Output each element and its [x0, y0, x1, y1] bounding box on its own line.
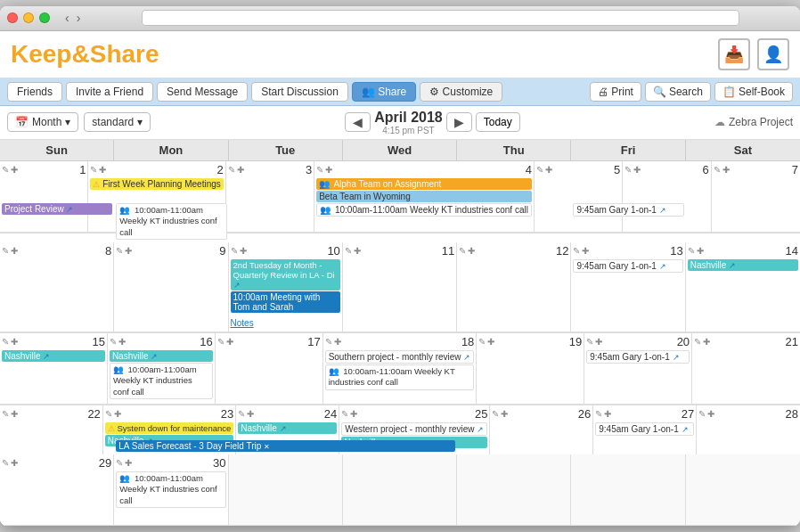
view-dropdown[interactable]: 📅 Month ▾: [7, 112, 78, 132]
event-beta[interactable]: Beta Team in Wyoming: [316, 191, 532, 202]
edit-icon[interactable]: ✎: [110, 337, 117, 347]
event-nashville-mon3[interactable]: Nashville ↗: [110, 350, 213, 362]
event-conf-wed[interactable]: 👥 10:00am-11:00am Weekly KT industries c…: [316, 203, 532, 217]
edit-icon[interactable]: ✎: [341, 409, 348, 419]
add-icon[interactable]: ✚: [11, 337, 18, 347]
edit-icon[interactable]: ✎: [217, 337, 224, 347]
event-conf-wed3[interactable]: 👥 10:00am-11:00am Weekly KT industries c…: [325, 364, 475, 390]
style-dropdown[interactable]: standard ▾: [84, 112, 151, 132]
address-bar[interactable]: [142, 10, 739, 26]
maximize-button[interactable]: [39, 12, 50, 23]
add-icon[interactable]: ✚: [11, 246, 18, 256]
add-icon[interactable]: ✚: [350, 409, 357, 419]
event-conf-mon[interactable]: 👥 10:00am-11:00am Weekly KT industries c…: [116, 203, 226, 240]
edit-icon[interactable]: ✎: [492, 409, 499, 419]
event-2nd-tuesday[interactable]: 2nd Tuesday of Month - Quarterly Review …: [231, 259, 340, 291]
add-icon[interactable]: ✚: [247, 409, 254, 419]
add-icon[interactable]: ✚: [226, 337, 233, 347]
add-icon[interactable]: ✚: [11, 458, 18, 468]
event-conf-mon3[interactable]: 👥 10:00am-11:00am Weekly KT industries c…: [110, 363, 213, 399]
add-icon[interactable]: ✚: [354, 246, 361, 256]
today-button[interactable]: Today: [476, 112, 520, 132]
edit-icon[interactable]: ✎: [316, 165, 323, 175]
edit-icon[interactable]: ✎: [231, 246, 238, 256]
event-system-down[interactable]: ⚠ System down for maintenance: [105, 422, 233, 434]
add-icon[interactable]: ✚: [125, 246, 132, 256]
add-icon[interactable]: ✚: [11, 409, 18, 419]
add-icon[interactable]: ✚: [633, 165, 641, 175]
edit-icon[interactable]: ✎: [459, 246, 466, 256]
add-icon[interactable]: ✚: [237, 165, 244, 175]
event-nashville-sat1[interactable]: Nashville ↗: [688, 259, 798, 271]
edit-icon[interactable]: ✎: [2, 458, 9, 468]
edit-icon[interactable]: ✎: [345, 246, 352, 256]
edit-icon[interactable]: ✎: [90, 165, 97, 175]
add-icon[interactable]: ✚: [501, 409, 508, 419]
add-icon[interactable]: ✚: [11, 165, 18, 175]
add-icon[interactable]: ✚: [545, 165, 552, 175]
add-icon[interactable]: ✚: [118, 337, 126, 347]
add-icon[interactable]: ✚: [114, 409, 121, 419]
event-nashville-sun3[interactable]: Nashville ↗: [2, 350, 105, 362]
next-month-button[interactable]: ▶: [446, 112, 472, 132]
event-conf-mon5[interactable]: 👥 10:00am-11:00am Weekly KT industries c…: [116, 471, 225, 508]
event-gary-fri3[interactable]: 9:45am Gary 1-on-1 ↗: [586, 350, 690, 364]
add-icon[interactable]: ✚: [604, 409, 611, 419]
edit-icon[interactable]: ✎: [2, 246, 9, 256]
event-gary-fri1[interactable]: 9:45am Gary 1-on-1 ↗: [573, 203, 683, 217]
edit-icon[interactable]: ✎: [586, 337, 593, 347]
edit-icon[interactable]: ✎: [116, 458, 123, 468]
edit-icon[interactable]: ✎: [2, 337, 9, 347]
add-icon[interactable]: ✚: [468, 246, 475, 256]
edit-icon[interactable]: ✎: [698, 409, 706, 419]
inbox-icon[interactable]: 📥: [718, 38, 750, 70]
add-icon[interactable]: ✚: [99, 165, 106, 175]
event-project-review[interactable]: Project Review ↗: [2, 203, 112, 215]
edit-icon[interactable]: ✎: [228, 165, 235, 175]
back-button[interactable]: ‹: [62, 11, 72, 25]
prev-month-button[interactable]: ◀: [345, 112, 371, 132]
event-gary-fri4[interactable]: 9:45am Gary 1-on-1 ↗: [595, 422, 694, 436]
add-icon[interactable]: ✚: [325, 165, 332, 175]
edit-icon[interactable]: ✎: [325, 337, 332, 347]
event-meeting-tom[interactable]: 10:00am Meeting with Tom and Sarah: [231, 291, 340, 313]
event-southern[interactable]: Southern project - monthly review ↗: [325, 350, 475, 364]
profile-icon[interactable]: 👤: [757, 38, 789, 70]
edit-icon[interactable]: ✎: [595, 409, 602, 419]
forward-button[interactable]: ›: [74, 11, 84, 25]
edit-icon[interactable]: ✎: [573, 246, 580, 256]
event-alpha[interactable]: 👥 Alpha Team on Assignment: [316, 178, 532, 190]
edit-icon[interactable]: ✎: [478, 337, 486, 347]
add-icon[interactable]: ✚: [595, 337, 602, 347]
search-button[interactable]: 🔍 Search: [645, 82, 711, 102]
event-gary-fri2[interactable]: 9:45am Gary 1-on-1 ↗: [573, 259, 682, 273]
edit-icon[interactable]: ✎: [2, 165, 9, 175]
print-button[interactable]: 🖨 Print: [590, 82, 641, 102]
add-icon[interactable]: ✚: [334, 337, 341, 347]
event-nashville-tue4[interactable]: Nashville ↗: [238, 422, 337, 434]
notes-link[interactable]: Notes: [231, 318, 254, 328]
nav-share[interactable]: 👥 Share: [352, 82, 416, 102]
selfbook-button[interactable]: 📋 Self-Book: [714, 82, 793, 102]
edit-icon[interactable]: ✎: [694, 337, 701, 347]
add-icon[interactable]: ✚: [703, 337, 710, 347]
add-icon[interactable]: ✚: [125, 458, 132, 468]
edit-icon[interactable]: ✎: [624, 165, 632, 175]
edit-icon[interactable]: ✎: [2, 409, 9, 419]
add-icon[interactable]: ✚: [707, 409, 714, 419]
close-button[interactable]: [7, 12, 18, 23]
add-icon[interactable]: ✚: [722, 165, 730, 175]
event-western[interactable]: Western project - monthly review ↗: [341, 422, 487, 436]
edit-icon[interactable]: ✎: [536, 165, 543, 175]
nav-invite[interactable]: Invite a Friend: [66, 82, 153, 102]
edit-icon[interactable]: ✎: [116, 246, 123, 256]
nav-message[interactable]: Send Message: [157, 82, 248, 102]
edit-icon[interactable]: ✎: [714, 165, 721, 175]
add-icon[interactable]: ✚: [582, 246, 589, 256]
add-icon[interactable]: ✚: [487, 337, 494, 347]
event-planning[interactable]: ⚠ First Week Planning Meetings: [90, 178, 223, 190]
edit-icon[interactable]: ✎: [105, 409, 112, 419]
add-icon[interactable]: ✚: [240, 246, 247, 256]
add-icon[interactable]: ✚: [697, 246, 704, 256]
minimize-button[interactable]: [23, 12, 34, 23]
